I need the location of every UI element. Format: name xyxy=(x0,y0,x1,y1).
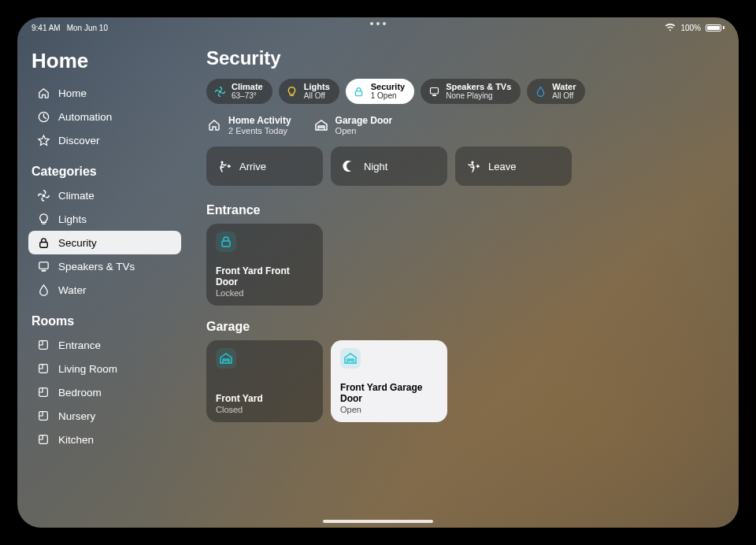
sidebar-item-label: Security xyxy=(58,237,97,249)
scene-row: Arrive Night Leave xyxy=(206,146,715,186)
room-icon xyxy=(36,362,50,375)
section-title-garage: Garage xyxy=(206,320,715,334)
sidebar-item-living-room[interactable]: Living Room xyxy=(28,357,181,380)
home-indicator[interactable] xyxy=(323,520,433,523)
scene-leave[interactable]: Leave xyxy=(455,146,572,186)
battery-percent: 100% xyxy=(680,24,701,32)
sidebar-item-water[interactable]: Water xyxy=(28,278,181,302)
garage-icon xyxy=(340,348,361,369)
arrive-icon xyxy=(217,159,232,173)
tile-title: Front Yard xyxy=(216,394,313,405)
pill-subtitle: All Off xyxy=(552,92,576,101)
drop-icon xyxy=(36,284,50,297)
sidebar-item-speakers-tvs[interactable]: Speakers & TVs xyxy=(28,254,181,278)
sidebar: Home Home Automation Discover Categories… xyxy=(17,35,187,528)
lock-icon xyxy=(352,84,366,98)
fan-icon xyxy=(213,84,227,98)
room-icon xyxy=(36,410,50,422)
info-subtitle: 2 Events Today xyxy=(228,126,291,135)
pill-subtitle: 1 Open xyxy=(371,92,405,101)
sidebar-item-home[interactable]: Home xyxy=(28,81,181,105)
scene-label: Night xyxy=(364,161,387,172)
tile-subtitle: Open xyxy=(340,405,438,414)
pill-subtitle: None Playing xyxy=(446,92,511,101)
sidebar-item-nursery[interactable]: Nursery xyxy=(28,404,181,428)
tile-row-entrance: Front Yard Front Door Locked xyxy=(206,224,715,306)
screen: 9:41 AM Mon Jun 10 100% Home xyxy=(17,17,739,528)
pill-lights[interactable]: Lights All Off xyxy=(279,79,339,104)
sidebar-item-entrance[interactable]: Entrance xyxy=(28,333,181,357)
scene-label: Arrive xyxy=(239,161,266,172)
room-icon xyxy=(36,386,50,399)
pill-title: Lights xyxy=(304,83,330,92)
tile-subtitle: Closed xyxy=(216,405,313,414)
pill-title: Security xyxy=(371,83,405,92)
pill-speakers-tvs[interactable]: Speakers & TVs None Playing xyxy=(421,79,521,104)
status-time: 9:41 AM xyxy=(32,24,61,32)
drop-icon xyxy=(533,84,547,98)
page-title: Security xyxy=(206,47,715,69)
garage-icon xyxy=(313,118,329,132)
tile-front-yard[interactable]: Front Yard Closed xyxy=(206,340,323,422)
category-pill-row: Climate 63–73° Lights All Off Security 1… xyxy=(206,79,715,104)
sidebar-item-label: Automation xyxy=(58,111,112,123)
tile-row-garage: Front Yard Closed Front Yard Garage Door… xyxy=(206,340,715,422)
sidebar-item-discover[interactable]: Discover xyxy=(28,128,181,152)
tile-front-yard-garage-door[interactable]: Front Yard Garage Door Open xyxy=(331,340,447,422)
house-icon xyxy=(36,87,50,100)
pill-security[interactable]: Security 1 Open xyxy=(346,79,414,104)
main-content: Security Climate 63–73° Lights All Off S… xyxy=(187,35,739,528)
scene-arrive[interactable]: Arrive xyxy=(206,146,323,186)
tile-title: Front Yard Garage Door xyxy=(340,383,438,405)
tablet-frame: 9:41 AM Mon Jun 10 100% Home xyxy=(0,0,756,545)
scene-label: Leave xyxy=(488,161,516,172)
sidebar-item-label: Living Room xyxy=(58,363,117,375)
sidebar-item-label: Climate xyxy=(58,190,94,202)
sidebar-item-lights[interactable]: Lights xyxy=(28,207,181,231)
moon-icon xyxy=(342,159,356,173)
device-icon xyxy=(36,260,50,273)
sidebar-header-rooms: Rooms xyxy=(32,314,178,328)
scene-night[interactable]: Night xyxy=(331,146,447,186)
sidebar-item-climate[interactable]: Climate xyxy=(28,184,181,207)
info-title: Garage Door xyxy=(335,115,393,126)
garage-icon xyxy=(216,348,236,369)
info-home-activity[interactable]: Home Activity 2 Events Today xyxy=(206,115,291,135)
sidebar-item-label: Speakers & TVs xyxy=(58,261,135,272)
sidebar-item-kitchen[interactable]: Kitchen xyxy=(28,428,181,451)
multitask-dots-icon[interactable] xyxy=(370,22,386,25)
tile-title: Front Yard Front Door xyxy=(216,266,313,288)
pill-subtitle: All Off xyxy=(304,92,330,101)
lock-icon xyxy=(216,232,236,252)
sidebar-item-security[interactable]: Security xyxy=(28,231,181,254)
sidebar-item-label: Water xyxy=(58,284,87,296)
status-info-row: Home Activity 2 Events Today Garage Door… xyxy=(206,115,715,135)
house-icon xyxy=(206,118,222,132)
sidebar-item-label: Home xyxy=(58,87,87,99)
clock-icon xyxy=(36,110,50,124)
leave-icon xyxy=(466,159,480,173)
tile-front-yard-front-door[interactable]: Front Yard Front Door Locked xyxy=(206,224,323,306)
lock-icon xyxy=(36,236,50,250)
bulb-icon xyxy=(36,213,50,226)
info-garage-door[interactable]: Garage Door Open xyxy=(313,115,393,135)
pill-climate[interactable]: Climate 63–73° xyxy=(206,79,272,104)
bulb-icon xyxy=(285,84,299,98)
sidebar-item-label: Lights xyxy=(58,213,87,225)
star-icon xyxy=(36,134,50,147)
info-title: Home Activity xyxy=(228,115,291,126)
pill-title: Climate xyxy=(232,83,263,92)
status-date: Mon Jun 10 xyxy=(67,24,108,32)
sidebar-header-categories: Categories xyxy=(32,165,178,179)
pill-water[interactable]: Water All Off xyxy=(527,79,585,104)
room-icon xyxy=(36,339,50,351)
sidebar-item-bedroom[interactable]: Bedroom xyxy=(28,380,181,404)
status-bar: 9:41 AM Mon Jun 10 100% xyxy=(17,17,739,35)
pill-title: Water xyxy=(552,83,576,92)
wifi-icon xyxy=(665,24,676,32)
sidebar-item-label: Discover xyxy=(58,135,100,146)
pill-title: Speakers & TVs xyxy=(446,83,511,92)
sidebar-item-label: Kitchen xyxy=(58,434,94,446)
sidebar-item-label: Nursery xyxy=(58,410,95,422)
sidebar-item-automation[interactable]: Automation xyxy=(28,105,181,128)
